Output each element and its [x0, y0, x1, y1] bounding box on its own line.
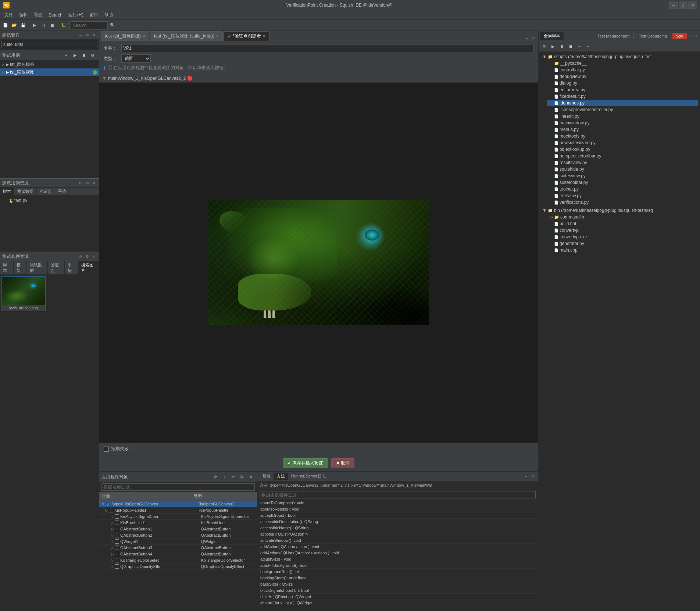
tab-close-1[interactable]: ✕: [142, 34, 145, 38]
props-item-14[interactable]: blockSignals( bool b ): bool: [257, 587, 538, 594]
collapse-btn[interactable]: –: [78, 32, 83, 38]
expand-icon-6[interactable]: ▷: [111, 540, 114, 544]
ao-check-4[interactable]: [115, 527, 119, 531]
minimize-button[interactable]: ─: [669, 1, 678, 9]
toolbar-debug[interactable]: 🐛: [60, 21, 68, 29]
ao-check-6[interactable]: [115, 539, 119, 544]
right-panel-minimize[interactable]: –: [687, 33, 693, 39]
file-dialog[interactable]: 📄 dialog.py: [547, 80, 698, 86]
expand-icon-7[interactable]: ▷: [111, 546, 114, 550]
ao-close-btn[interactable]: ✕: [247, 473, 255, 481]
toolbar-stop[interactable]: ⏹: [48, 21, 56, 29]
ao-row-9[interactable]: ▷ KoTriangleColorSelec KoTriangleColorSe…: [99, 557, 257, 564]
file-debugview[interactable]: 📄 debugview.py: [547, 73, 698, 80]
right-tb-6[interactable]: ←: [584, 42, 592, 50]
props-tab-methods[interactable]: 方法: [274, 473, 288, 480]
file-buildbat[interactable]: 📄 build.bat: [547, 220, 698, 227]
ao-row-1[interactable]: ▷ KisPopupPalette1 KisPopupPalette: [99, 507, 257, 514]
ao-row-selected[interactable]: ▼ ✓ {type='KisOpenGLCanvas KisOpenGLCanv…: [99, 501, 257, 507]
props-item-9[interactable]: adjustSize(): void: [257, 556, 538, 562]
props-item-1[interactable]: aboutToResize(): void: [257, 506, 538, 512]
res-settings-btn[interactable]: ⚙: [84, 180, 90, 186]
file-newsuitewizard[interactable]: 📄 newsuitewizard.py: [547, 139, 698, 146]
tab-suite-images[interactable]: 搜索图片: [78, 261, 99, 274]
menu-help[interactable]: 帮助: [101, 11, 116, 19]
ao-edit-btn[interactable]: ✏: [229, 473, 237, 481]
expand-icon-10[interactable]: ▷: [111, 565, 114, 569]
toolbar-search-input[interactable]: [71, 21, 108, 29]
file-squishide[interactable]: 📄 squishide.py: [547, 166, 698, 173]
suite-search-input[interactable]: [1, 41, 97, 48]
props-item-15[interactable]: childAt( QPoint p ): QWidget: [257, 594, 538, 600]
ao-row-5[interactable]: ▷ QAbstractButton2 QAbstractButton: [99, 532, 257, 539]
props-item-10[interactable]: autoFillBackground(): bool: [257, 562, 538, 569]
file-menus[interactable]: 📄 menus.py: [547, 126, 698, 133]
center-minimize-btn[interactable]: –: [524, 35, 530, 41]
tab-suite-verif[interactable]: 验证点: [48, 261, 65, 274]
ao-filter-input[interactable]: [101, 483, 255, 491]
file-generator[interactable]: 📄 generator.py: [547, 240, 698, 247]
ao-check-10[interactable]: [115, 564, 119, 569]
file-maincpp[interactable]: 📄 main.cpp: [547, 247, 698, 253]
props-item-3[interactable]: accessibleDescription(): QString: [257, 519, 538, 525]
toolbar-save[interactable]: 💾: [19, 21, 27, 29]
file-suitetoolbar[interactable]: 📄 suitetoolbar.py: [547, 179, 698, 186]
test-mgmt-tab[interactable]: Test Management: [594, 33, 633, 39]
props-item-5[interactable]: actions(): QList<QAction*>: [257, 531, 538, 537]
suite-res-close[interactable]: ✕: [91, 254, 97, 260]
ao-row-6[interactable]: ▷ QWidget1 QWidget: [99, 539, 257, 545]
tc-run-btn[interactable]: ▶: [71, 51, 79, 59]
menu-window[interactable]: 窗口: [86, 11, 101, 19]
expand-icon-4[interactable]: ▷: [111, 527, 114, 531]
file-treeview[interactable]: 📄 treeview.py: [547, 192, 698, 199]
file-fixedresult[interactable]: 📄 fixedresult.py: [547, 93, 698, 100]
menu-run[interactable]: 运行(R): [65, 11, 86, 19]
tab-zoom-view[interactable]: test (tst_缩放视图 (suite_krita)) ✕: [150, 31, 223, 41]
expand-icon-3[interactable]: ▷: [111, 521, 114, 525]
scripts-folder[interactable]: ▼ 📁 scripts (/home/kati/hasselpogg-plugi…: [541, 53, 698, 60]
props-item-4[interactable]: accessibleName(): QString: [257, 525, 538, 531]
toolbar-new[interactable]: 📄: [1, 21, 10, 29]
ao-row-10[interactable]: ▷ QGraphicsOpacityEffe QGraphicsOpacityE…: [99, 564, 257, 570]
close-button[interactable]: ✕: [688, 1, 697, 9]
props-item-0[interactable]: aboutToCompose(): void: [257, 500, 538, 506]
ao-check-0[interactable]: ✓: [106, 502, 110, 506]
ao-row-4[interactable]: ▷ QAbstractButton1 QAbstractButton: [99, 526, 257, 532]
tab-suite-testdata[interactable]: 测试数据: [27, 261, 47, 274]
ao-row-8[interactable]: ▷ QAbstractButton4 QAbstractButton: [99, 551, 257, 557]
ao-check-8[interactable]: [115, 552, 119, 556]
tc-add-btn[interactable]: +: [62, 51, 70, 59]
file-pycache[interactable]: 📁 __pycache__: [547, 60, 698, 67]
menu-navigate[interactable]: 导航: [31, 11, 46, 19]
tab-verifications[interactable]: 验证点: [37, 188, 55, 195]
settings-btn[interactable]: ⚙: [84, 32, 90, 38]
file-verifications[interactable]: 📄 verifications.py: [547, 199, 698, 206]
right-panel-restore[interactable]: □: [693, 33, 699, 39]
file-perspectivetoolbar[interactable]: 📄 perspectivetoolbar.py: [547, 153, 698, 159]
file-mocktools[interactable]: 📄 mocktools.py: [547, 133, 698, 139]
resource-file-item[interactable]: 🐍 test.py: [1, 197, 97, 204]
ao-check-3[interactable]: [115, 521, 119, 525]
tab-gestures[interactable]: 手势: [55, 188, 69, 195]
expand-icon-1[interactable]: ▷: [105, 508, 108, 512]
right-tb-4[interactable]: ⏹: [567, 42, 575, 50]
tab-close-2[interactable]: ✕: [216, 34, 219, 38]
toolbar-open[interactable]: 📂: [10, 21, 18, 29]
test-debug-tab[interactable]: Test Debugging: [635, 33, 671, 39]
menu-edit[interactable]: 编辑: [16, 11, 31, 19]
props-item-7[interactable]: addAction( QAction action ): void: [257, 544, 538, 550]
props-item-2[interactable]: acceptDrops(): bool: [257, 512, 538, 519]
props-minimize-btn[interactable]: –: [523, 473, 529, 479]
file-convertvp[interactable]: 📄 convertvp: [547, 227, 698, 234]
tab-suite-scripts[interactable]: 脚本: [0, 261, 14, 274]
bin-folder[interactable]: ▼ 📁 bin (/home/kati/hasselpogg-plugins/s…: [541, 207, 698, 214]
props-item-13[interactable]: baseSize(): QSize: [257, 581, 538, 587]
menu-search[interactable]: Search: [46, 11, 65, 19]
center-restore-btn[interactable]: □: [531, 35, 536, 41]
right-tb-5[interactable]: →: [575, 42, 583, 50]
props-item-6[interactable]: activateWindow(): void: [257, 537, 538, 544]
expand-icon-0[interactable]: ▼: [101, 502, 105, 506]
props-item-11[interactable]: backgroundRole(): int: [257, 569, 538, 575]
ao-refresh-btn[interactable]: ⟳: [211, 473, 219, 481]
suite-res-refresh[interactable]: ⟳: [78, 254, 83, 260]
